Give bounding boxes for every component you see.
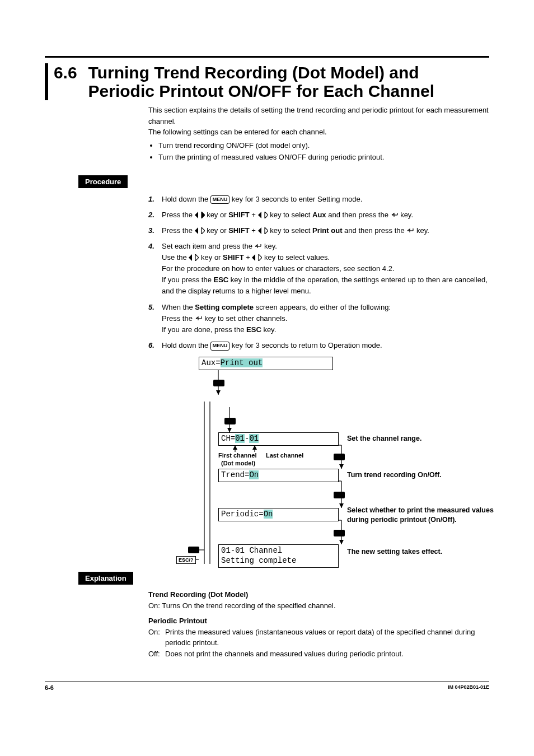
step-5: 5. When the Setting complete screen appe… (148, 302, 489, 335)
expl-trend-on: On: Turns On the trend recording of the … (148, 600, 489, 612)
svg-marker-28 (339, 503, 344, 508)
page-number: 6-6 (45, 684, 54, 691)
expl-periodic-off: Off: Does not print the channels and mea… (148, 648, 489, 660)
updown-icon (258, 212, 268, 218)
updown-icon (252, 254, 262, 261)
expl-periodic-heading: Periodic Printout (148, 615, 489, 627)
svg-marker-18 (227, 428, 232, 432)
procedure-body: 1. Hold down the MENU key for 3 seconds … (148, 194, 489, 352)
step-4: 4. Set each item and press the key. Use … (148, 241, 489, 297)
label-periodic: Select whether to print the measured val… (347, 506, 504, 525)
explanation-heading: Explanation (78, 572, 133, 585)
svg-marker-2 (258, 212, 261, 218)
enter-key-icon (188, 546, 200, 556)
doc-id: IM 04P02B01-01E (448, 684, 489, 691)
lcd-trend: Trend=On (218, 469, 339, 482)
note-last-channel: Last channel (266, 452, 303, 459)
svg-marker-5 (195, 227, 198, 234)
section-header: 6.6 Turning Trend Recording (Dot Model) … (45, 56, 489, 100)
enter-key-icon (254, 244, 262, 249)
svg-marker-22 (252, 445, 257, 450)
step-6: 6. Hold down the MENU key for 3 seconds … (148, 340, 489, 351)
intro-p1: This section explains the details of set… (148, 105, 489, 127)
procedure-heading: Procedure (78, 175, 128, 188)
label-channel-range: Set the channel range. (347, 434, 421, 444)
step-3: 3. Press the key or SHIFT + key to selec… (148, 225, 489, 236)
lcd-periodic: Periodic=On (218, 508, 339, 521)
enter-key-icon (195, 316, 203, 321)
note-dot-model: (Dot model) (221, 460, 255, 467)
svg-marker-16 (216, 390, 221, 395)
section-bar (45, 63, 48, 100)
step-2: 2. Press the key or SHIFT + key to selec… (148, 209, 489, 221)
intro-text: This section explains the details of set… (148, 105, 489, 163)
svg-marker-11 (189, 254, 192, 261)
explanation-body: Trend Recording (Dot Model) On: Turns On… (148, 589, 489, 659)
svg-marker-20 (233, 445, 237, 450)
label-done: The new setting takes effect. (347, 547, 442, 557)
svg-marker-12 (252, 254, 255, 261)
page-footer: 6-6 IM 04P02B01-01E (45, 682, 489, 691)
lcd-aux-printout: Aux=Print out (199, 357, 333, 370)
expl-periodic-on: On: Prints the measured values (instanta… (148, 627, 489, 648)
enter-key-icon (224, 417, 236, 427)
intro-bullet-1: Turn trend recording ON/OFF (dot model o… (158, 140, 489, 151)
diagram-connectors (146, 357, 489, 570)
section-number: 6.6 (54, 63, 77, 82)
updown-icon (189, 254, 199, 261)
intro-bullet-2: Turn the printing of measured values ON/… (158, 152, 489, 163)
menu-flow-diagram: Set=Aux Aux=Print out CH=01-01 First cha… (146, 357, 489, 570)
svg-marker-6 (258, 227, 261, 234)
enter-key-icon (333, 529, 345, 539)
intro-p2: The following settings can be entered fo… (148, 127, 489, 138)
enter-key-icon (333, 491, 345, 501)
updown-icon (258, 227, 268, 234)
enter-key-icon (391, 212, 399, 218)
lcd-complete: 01-01 Channel Setting complete (218, 544, 339, 568)
svg-marker-0 (195, 212, 198, 218)
lcd-ch-range: CH=01-01 (218, 432, 339, 446)
enter-key-icon (333, 453, 345, 463)
enter-key-icon (213, 379, 225, 389)
esc-key-box: ESC/? (176, 556, 196, 564)
svg-marker-31 (339, 540, 344, 544)
label-trend: Turn trend recording On/Off. (347, 470, 442, 480)
section-title: Turning Trend Recording (Dot Model) and … (88, 63, 489, 100)
step-1: 1. Hold down the MENU key for 3 seconds … (148, 194, 489, 205)
enter-key-icon (406, 228, 414, 234)
expl-trend-heading: Trend Recording (Dot Model) (148, 589, 489, 600)
menu-key-icon: MENU (210, 342, 230, 351)
note-first-channel: First channel (218, 452, 256, 459)
svg-marker-25 (339, 464, 344, 469)
updown-icon (195, 212, 205, 218)
updown-icon (195, 227, 205, 234)
menu-key-icon: MENU (210, 195, 230, 204)
